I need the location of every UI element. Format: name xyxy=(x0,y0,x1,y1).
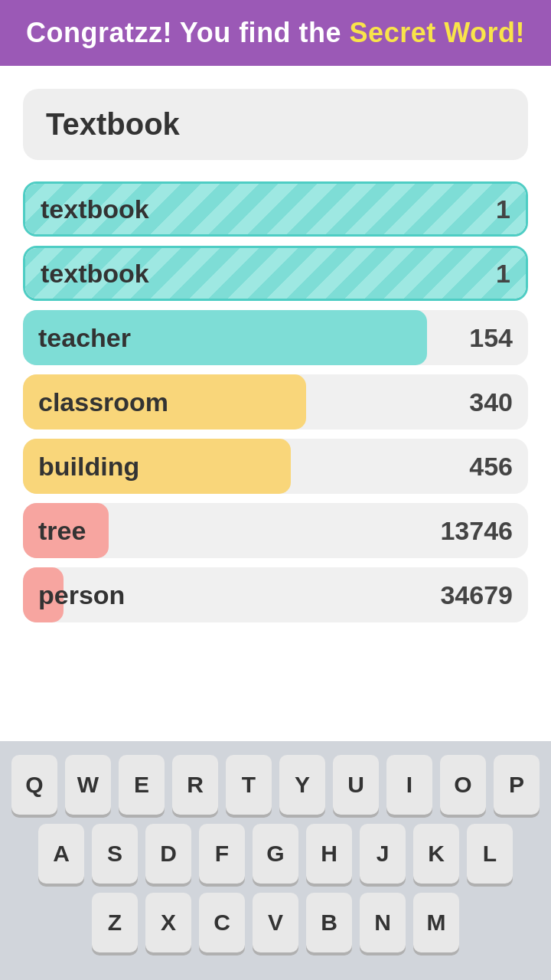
word-label: textbook xyxy=(25,259,149,289)
key-q[interactable]: Q xyxy=(11,755,57,815)
key-x[interactable]: X xyxy=(145,893,191,952)
key-k[interactable]: K xyxy=(413,824,459,884)
key-g[interactable]: G xyxy=(253,824,298,884)
key-p[interactable]: P xyxy=(494,755,540,815)
word-score: 1 xyxy=(496,194,510,224)
key-z[interactable]: Z xyxy=(92,893,138,952)
keyboard-rows: QWERTYUIOPASDFGHJKLZXCVBNM xyxy=(8,755,543,952)
key-o[interactable]: O xyxy=(440,755,486,815)
keyboard-row: ZXCVBNM xyxy=(8,893,543,952)
header: Congratzz! You find the Secret Word! xyxy=(0,0,551,66)
word-score: 13746 xyxy=(440,516,513,546)
key-f[interactable]: F xyxy=(199,824,245,884)
key-t[interactable]: T xyxy=(226,755,272,815)
key-u[interactable]: U xyxy=(333,755,379,815)
header-text-before: Congratzz! You find the xyxy=(26,17,350,48)
word-score: 456 xyxy=(469,452,513,482)
word-score: 340 xyxy=(469,387,513,417)
key-s[interactable]: S xyxy=(92,824,138,884)
word-score: 154 xyxy=(469,323,513,353)
secret-word-box: Textbook xyxy=(23,89,528,160)
keyboard-row: QWERTYUIOP xyxy=(8,755,543,815)
key-v[interactable]: V xyxy=(253,893,298,952)
key-b[interactable]: B xyxy=(306,893,352,952)
header-text-highlight: Secret Word! xyxy=(350,17,525,48)
word-row: classroom340 xyxy=(23,374,528,430)
main-content: Textbook textbook1textbook1teacher154cla… xyxy=(0,66,551,741)
keyboard-row: ASDFGHJKL xyxy=(8,824,543,884)
word-label: classroom xyxy=(23,387,168,417)
key-y[interactable]: Y xyxy=(279,755,325,815)
word-label: teacher xyxy=(23,323,131,353)
word-row: tree13746 xyxy=(23,503,528,558)
word-label: tree xyxy=(23,516,86,546)
word-label: textbook xyxy=(25,194,149,224)
word-row: textbook1 xyxy=(23,181,528,237)
word-row: teacher154 xyxy=(23,310,528,365)
key-d[interactable]: D xyxy=(145,824,191,884)
word-score: 34679 xyxy=(440,580,513,610)
key-r[interactable]: R xyxy=(172,755,218,815)
word-row: textbook1 xyxy=(23,246,528,301)
secret-word-label: Textbook xyxy=(46,107,180,141)
key-e[interactable]: E xyxy=(119,755,165,815)
key-l[interactable]: L xyxy=(467,824,513,884)
word-score: 1 xyxy=(496,259,510,289)
key-c[interactable]: C xyxy=(199,893,245,952)
key-j[interactable]: J xyxy=(360,824,406,884)
word-row: building456 xyxy=(23,439,528,494)
word-list: textbook1textbook1teacher154classroom340… xyxy=(23,181,528,622)
keyboard: QWERTYUIOPASDFGHJKLZXCVBNM xyxy=(0,741,551,980)
key-h[interactable]: H xyxy=(306,824,352,884)
word-label: building xyxy=(23,452,139,482)
header-message: Congratzz! You find the Secret Word! xyxy=(15,17,536,49)
key-i[interactable]: I xyxy=(386,755,432,815)
key-a[interactable]: A xyxy=(38,824,84,884)
key-n[interactable]: N xyxy=(360,893,406,952)
word-row: person34679 xyxy=(23,567,528,622)
key-m[interactable]: M xyxy=(413,893,459,952)
key-w[interactable]: W xyxy=(65,755,111,815)
word-label: person xyxy=(23,580,125,610)
